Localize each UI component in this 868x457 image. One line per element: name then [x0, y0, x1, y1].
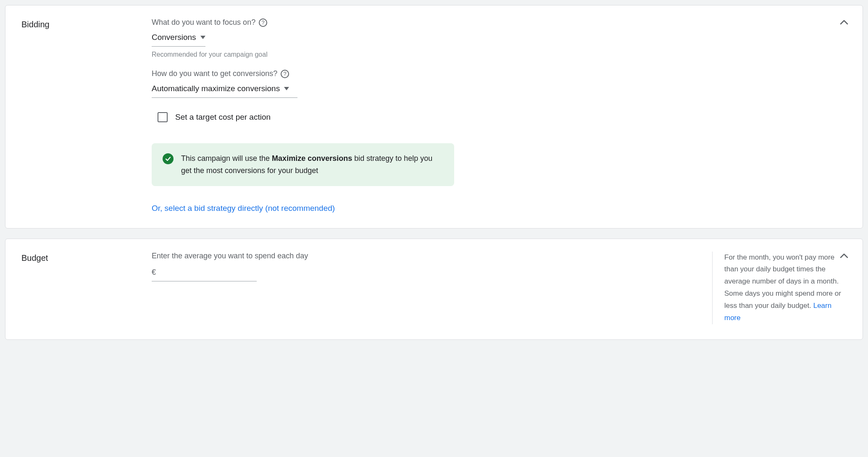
- budget-help-panel: For the month, you won't pay more than y…: [712, 252, 847, 324]
- how-value: Automatically maximize conversions: [152, 84, 280, 93]
- banner-bold: Maximize conversions: [272, 154, 352, 163]
- collapse-button[interactable]: [838, 250, 850, 262]
- bidding-title: Bidding: [21, 18, 152, 213]
- bidding-section: Bidding What do you want to focus on? ? …: [5, 5, 863, 228]
- budget-input-wrap: €: [152, 267, 712, 281]
- check-circle-icon: [163, 153, 174, 164]
- how-label: How do you want to get conversions?: [152, 69, 277, 78]
- budget-title: Budget: [21, 252, 152, 324]
- target-cpa-label: Set a target cost per action: [175, 113, 271, 122]
- budget-label-text: Enter the average you want to spend each…: [152, 252, 308, 260]
- focus-value: Conversions: [152, 33, 196, 42]
- budget-help-text: For the month, you won't pay more than y…: [724, 253, 841, 310]
- banner-pre: This campaign will use the: [181, 154, 272, 163]
- budget-body: Enter the average you want to spend each…: [152, 252, 847, 324]
- focus-hint: Recommended for your campaign goal: [152, 51, 847, 58]
- caret-down-icon: [200, 36, 205, 39]
- focus-label-row: What do you want to focus on? ?: [152, 18, 847, 27]
- focus-label: What do you want to focus on?: [152, 18, 255, 27]
- budget-label: Enter the average you want to spend each…: [152, 252, 712, 260]
- budget-input[interactable]: €: [152, 267, 257, 281]
- help-icon[interactable]: ?: [281, 70, 289, 78]
- collapse-button[interactable]: [838, 16, 850, 28]
- help-icon[interactable]: ?: [259, 18, 267, 27]
- focus-dropdown[interactable]: Conversions: [152, 32, 205, 47]
- banner-text: This campaign will use the Maximize conv…: [181, 152, 443, 177]
- target-cpa-checkbox[interactable]: [158, 112, 168, 122]
- select-strategy-link[interactable]: Or, select a bid strategy directly (not …: [152, 204, 847, 213]
- budget-section: Budget Enter the average you want to spe…: [5, 239, 863, 340]
- how-label-row: How do you want to get conversions? ?: [152, 69, 847, 78]
- currency-symbol: €: [152, 268, 156, 276]
- strategy-banner: This campaign will use the Maximize conv…: [152, 143, 454, 186]
- chevron-up-icon: [840, 253, 848, 258]
- budget-main: Enter the average you want to spend each…: [152, 252, 712, 324]
- chevron-up-icon: [840, 20, 848, 25]
- how-dropdown[interactable]: Automatically maximize conversions: [152, 83, 297, 98]
- bidding-body: What do you want to focus on? ? Conversi…: [152, 18, 847, 213]
- target-cpa-row: Set a target cost per action: [158, 112, 847, 122]
- caret-down-icon: [284, 87, 289, 90]
